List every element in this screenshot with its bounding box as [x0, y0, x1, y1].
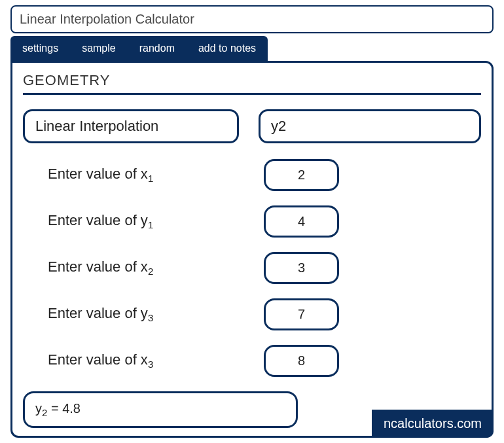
header-row: Linear Interpolation y2	[23, 109, 481, 143]
input-row-y3: Enter value of y3 7	[23, 298, 481, 330]
label-y3: Enter value of y3	[48, 305, 264, 323]
input-x3[interactable]: 8	[264, 345, 339, 377]
calculator-panel: GEOMETRY Linear Interpolation y2 Enter v…	[10, 61, 494, 438]
result-output: y2 = 4.8	[23, 391, 298, 428]
input-y3[interactable]: 7	[264, 298, 339, 330]
label-x1: Enter value of x1	[48, 166, 264, 184]
input-x2[interactable]: 3	[264, 252, 339, 284]
tab-bar: settings sample random add to notes	[10, 36, 494, 61]
tab-add-to-notes[interactable]: add to notes	[187, 36, 268, 61]
method-select[interactable]: Linear Interpolation	[23, 109, 239, 143]
page-title: Linear Interpolation Calculator	[10, 5, 494, 33]
label-x2: Enter value of x2	[48, 258, 264, 277]
input-row-x3: Enter value of x3 8	[23, 345, 481, 377]
input-row-x2: Enter value of x2 3	[23, 252, 481, 284]
input-x1[interactable]: 2	[264, 159, 339, 191]
label-y1: Enter value of y1	[48, 212, 264, 230]
tab-random[interactable]: random	[128, 36, 187, 61]
input-row-x1: Enter value of x1 2	[23, 159, 481, 191]
label-x3: Enter value of x3	[48, 351, 264, 370]
brand-label: ncalculators.com	[372, 410, 494, 438]
target-select[interactable]: y2	[259, 109, 481, 143]
input-y1[interactable]: 4	[264, 205, 339, 238]
section-title: GEOMETRY	[23, 72, 481, 95]
tab-settings[interactable]: settings	[10, 36, 70, 61]
tab-sample[interactable]: sample	[70, 36, 128, 61]
input-row-y1: Enter value of y1 4	[23, 205, 481, 238]
